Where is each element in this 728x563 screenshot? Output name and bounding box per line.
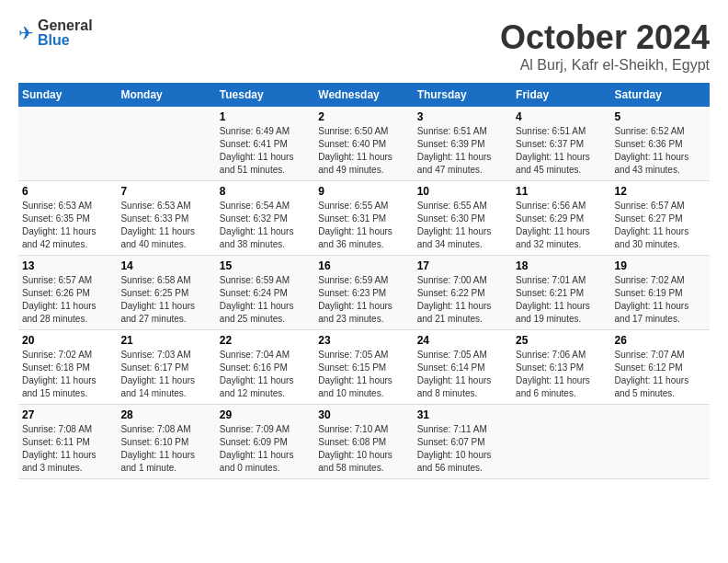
day-number: 9 — [318, 185, 409, 198]
day-info: Sunrise: 7:08 AMSunset: 6:10 PMDaylight:… — [120, 423, 211, 475]
calendar-day-cell: 31Sunrise: 7:11 AMSunset: 6:07 PMDayligh… — [414, 405, 512, 479]
weekday-header: Sunday — [18, 83, 117, 107]
day-number: 18 — [516, 259, 607, 272]
day-info: Sunrise: 7:00 AMSunset: 6:22 PMDaylight:… — [417, 274, 508, 326]
day-number: 1 — [220, 110, 311, 123]
calendar-day-cell — [611, 405, 710, 479]
day-info: Sunrise: 6:58 AMSunset: 6:25 PMDaylight:… — [120, 274, 211, 326]
day-info: Sunrise: 7:03 AMSunset: 6:17 PMDaylight:… — [120, 349, 211, 400]
calendar-day-cell: 28Sunrise: 7:08 AMSunset: 6:10 PMDayligh… — [117, 405, 215, 479]
day-number: 2 — [318, 110, 409, 123]
bird-icon: ✈ — [18, 22, 34, 44]
day-number: 3 — [417, 110, 508, 123]
calendar-day-cell — [117, 107, 215, 181]
day-number: 28 — [120, 408, 211, 421]
month-title: October 2024 — [500, 18, 710, 57]
day-info: Sunrise: 6:51 AMSunset: 6:37 PMDaylight:… — [516, 125, 607, 177]
day-info: Sunrise: 6:53 AMSunset: 6:35 PMDaylight:… — [22, 200, 113, 251]
day-info: Sunrise: 7:01 AMSunset: 6:21 PMDaylight:… — [516, 274, 607, 326]
logo-general: General — [38, 18, 93, 33]
calendar-week-row: 1Sunrise: 6:49 AMSunset: 6:41 PMDaylight… — [18, 107, 710, 181]
calendar-day-cell: 27Sunrise: 7:08 AMSunset: 6:11 PMDayligh… — [18, 405, 117, 479]
calendar-day-cell: 13Sunrise: 6:57 AMSunset: 6:26 PMDayligh… — [18, 256, 117, 330]
day-number: 5 — [615, 110, 706, 123]
day-number: 22 — [220, 334, 311, 347]
day-info: Sunrise: 7:05 AMSunset: 6:14 PMDaylight:… — [417, 349, 508, 400]
calendar-day-cell: 3Sunrise: 6:51 AMSunset: 6:39 PMDaylight… — [414, 107, 512, 181]
day-info: Sunrise: 6:55 AMSunset: 6:30 PMDaylight:… — [417, 200, 508, 251]
day-info: Sunrise: 6:53 AMSunset: 6:33 PMDaylight:… — [120, 200, 211, 251]
day-number: 30 — [318, 408, 409, 421]
calendar-week-row: 27Sunrise: 7:08 AMSunset: 6:11 PMDayligh… — [18, 405, 710, 479]
weekday-row: SundayMondayTuesdayWednesdayThursdayFrid… — [18, 83, 710, 107]
calendar-day-cell: 23Sunrise: 7:05 AMSunset: 6:15 PMDayligh… — [314, 330, 413, 405]
location-title: Al Burj, Kafr el-Sheikh, Egypt — [500, 57, 710, 74]
day-info: Sunrise: 7:04 AMSunset: 6:16 PMDaylight:… — [220, 349, 311, 400]
title-section: October 2024 Al Burj, Kafr el-Sheikh, Eg… — [500, 18, 710, 74]
calendar-day-cell: 2Sunrise: 6:50 AMSunset: 6:40 PMDaylight… — [314, 107, 413, 181]
calendar-day-cell: 11Sunrise: 6:56 AMSunset: 6:29 PMDayligh… — [512, 181, 610, 256]
day-info: Sunrise: 7:10 AMSunset: 6:08 PMDaylight:… — [318, 423, 409, 475]
logo-text: General Blue — [38, 18, 93, 48]
day-number: 21 — [120, 334, 211, 347]
day-number: 29 — [220, 408, 311, 421]
day-number: 14 — [120, 259, 211, 272]
day-number: 13 — [22, 259, 113, 272]
calendar-day-cell: 9Sunrise: 6:55 AMSunset: 6:31 PMDaylight… — [314, 181, 413, 256]
calendar-day-cell: 21Sunrise: 7:03 AMSunset: 6:17 PMDayligh… — [117, 330, 215, 405]
calendar-day-cell: 1Sunrise: 6:49 AMSunset: 6:41 PMDaylight… — [216, 107, 314, 181]
day-info: Sunrise: 7:09 AMSunset: 6:09 PMDaylight:… — [220, 423, 311, 475]
calendar-day-cell: 12Sunrise: 6:57 AMSunset: 6:27 PMDayligh… — [611, 181, 710, 256]
calendar-header: SundayMondayTuesdayWednesdayThursdayFrid… — [18, 83, 710, 107]
day-number: 23 — [318, 334, 409, 347]
day-info: Sunrise: 6:59 AMSunset: 6:24 PMDaylight:… — [220, 274, 311, 326]
calendar-day-cell: 25Sunrise: 7:06 AMSunset: 6:13 PMDayligh… — [512, 330, 610, 405]
page-header: ✈ General Blue October 2024 Al Burj, Kaf… — [18, 18, 710, 74]
day-number: 26 — [615, 334, 706, 347]
day-number: 6 — [22, 185, 113, 198]
calendar-day-cell: 20Sunrise: 7:02 AMSunset: 6:18 PMDayligh… — [18, 330, 117, 405]
day-number: 17 — [417, 259, 508, 272]
day-info: Sunrise: 7:02 AMSunset: 6:19 PMDaylight:… — [615, 274, 706, 326]
day-info: Sunrise: 6:49 AMSunset: 6:41 PMDaylight:… — [220, 125, 311, 177]
calendar-day-cell: 5Sunrise: 6:52 AMSunset: 6:36 PMDaylight… — [611, 107, 710, 181]
calendar-day-cell: 30Sunrise: 7:10 AMSunset: 6:08 PMDayligh… — [314, 405, 413, 479]
logo-blue: Blue — [38, 33, 93, 48]
day-number: 12 — [615, 185, 706, 198]
weekday-header: Wednesday — [314, 83, 413, 107]
calendar-day-cell: 16Sunrise: 6:59 AMSunset: 6:23 PMDayligh… — [314, 256, 413, 330]
day-info: Sunrise: 7:11 AMSunset: 6:07 PMDaylight:… — [417, 423, 508, 475]
day-info: Sunrise: 6:57 AMSunset: 6:26 PMDaylight:… — [22, 274, 113, 326]
day-number: 15 — [220, 259, 311, 272]
calendar-day-cell: 24Sunrise: 7:05 AMSunset: 6:14 PMDayligh… — [414, 330, 512, 405]
calendar-day-cell: 17Sunrise: 7:00 AMSunset: 6:22 PMDayligh… — [414, 256, 512, 330]
calendar-day-cell: 8Sunrise: 6:54 AMSunset: 6:32 PMDaylight… — [216, 181, 314, 256]
day-number: 4 — [516, 110, 607, 123]
calendar-day-cell — [18, 107, 117, 181]
calendar-day-cell: 22Sunrise: 7:04 AMSunset: 6:16 PMDayligh… — [216, 330, 314, 405]
day-number: 10 — [417, 185, 508, 198]
day-info: Sunrise: 7:05 AMSunset: 6:15 PMDaylight:… — [318, 349, 409, 400]
calendar-day-cell: 10Sunrise: 6:55 AMSunset: 6:30 PMDayligh… — [414, 181, 512, 256]
weekday-header: Saturday — [611, 83, 710, 107]
calendar-day-cell: 15Sunrise: 6:59 AMSunset: 6:24 PMDayligh… — [216, 256, 314, 330]
day-number: 25 — [516, 334, 607, 347]
calendar-day-cell: 18Sunrise: 7:01 AMSunset: 6:21 PMDayligh… — [512, 256, 610, 330]
day-info: Sunrise: 7:08 AMSunset: 6:11 PMDaylight:… — [22, 423, 113, 475]
calendar-week-row: 6Sunrise: 6:53 AMSunset: 6:35 PMDaylight… — [18, 181, 710, 256]
calendar-body: 1Sunrise: 6:49 AMSunset: 6:41 PMDaylight… — [18, 107, 710, 479]
weekday-header: Tuesday — [216, 83, 314, 107]
calendar-day-cell: 26Sunrise: 7:07 AMSunset: 6:12 PMDayligh… — [611, 330, 710, 405]
calendar-day-cell: 4Sunrise: 6:51 AMSunset: 6:37 PMDaylight… — [512, 107, 610, 181]
day-info: Sunrise: 6:52 AMSunset: 6:36 PMDaylight:… — [615, 125, 706, 177]
calendar-day-cell: 29Sunrise: 7:09 AMSunset: 6:09 PMDayligh… — [216, 405, 314, 479]
day-info: Sunrise: 6:51 AMSunset: 6:39 PMDaylight:… — [417, 125, 508, 177]
weekday-header: Monday — [117, 83, 215, 107]
day-info: Sunrise: 6:55 AMSunset: 6:31 PMDaylight:… — [318, 200, 409, 251]
day-info: Sunrise: 7:06 AMSunset: 6:13 PMDaylight:… — [516, 349, 607, 400]
day-info: Sunrise: 6:54 AMSunset: 6:32 PMDaylight:… — [220, 200, 311, 251]
calendar-day-cell — [512, 405, 610, 479]
weekday-header: Thursday — [414, 83, 512, 107]
day-info: Sunrise: 7:02 AMSunset: 6:18 PMDaylight:… — [22, 349, 113, 400]
calendar-day-cell: 19Sunrise: 7:02 AMSunset: 6:19 PMDayligh… — [611, 256, 710, 330]
